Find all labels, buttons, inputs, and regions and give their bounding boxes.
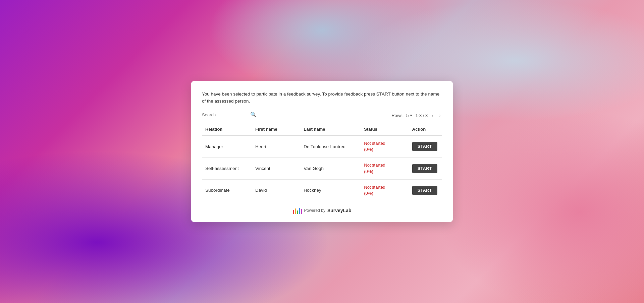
cell-relation-0: Manager — [202, 135, 252, 158]
col-header-relation[interactable]: Relation ↑ — [202, 124, 252, 135]
cell-action-0[interactable]: START — [409, 135, 442, 158]
search-icon[interactable]: 🔍 — [250, 112, 257, 118]
pagination-area: Rows: 5 ▼ 1-3 / 3 ‹ › — [391, 112, 442, 119]
next-page-button[interactable]: › — [438, 112, 442, 119]
logo-bar — [297, 210, 298, 214]
col-header-status[interactable]: Status — [361, 124, 409, 135]
cell-action-1[interactable]: START — [409, 158, 442, 179]
brand-name: SurveyLab — [327, 208, 352, 213]
cell-relation-1: Self-assessment — [202, 158, 252, 179]
feedback-table: Relation ↑ First name Last name Status A… — [202, 124, 442, 201]
logo-bars — [293, 207, 302, 214]
logo-bar — [299, 208, 300, 214]
cell-lastname-2: Hockney — [300, 179, 361, 201]
cell-lastname-0: De Toulouse-Lautrec — [300, 135, 361, 158]
cell-firstname-1: Vincent — [252, 158, 300, 179]
cell-lastname-1: Van Gogh — [300, 158, 361, 179]
sort-asc-icon: ↑ — [225, 127, 227, 131]
cell-relation-2: Subordinate — [202, 179, 252, 201]
table-row: Manager Henri De Toulouse-Lautrec Not st… — [202, 135, 442, 158]
col-header-lastname[interactable]: Last name — [300, 124, 361, 135]
search-wrap[interactable]: 🔍 — [202, 112, 262, 119]
col-header-firstname[interactable]: First name — [252, 124, 300, 135]
logo-bar — [301, 209, 302, 214]
cell-firstname-0: Henri — [252, 135, 300, 158]
table-row: Subordinate David Hockney Not started (0… — [202, 179, 442, 201]
rows-value: 5 — [406, 113, 409, 118]
col-header-action: Action — [409, 124, 442, 135]
search-input[interactable] — [202, 112, 249, 117]
table-header-row: Relation ↑ First name Last name Status A… — [202, 124, 442, 135]
toolbar: 🔍 Rows: 5 ▼ 1-3 / 3 ‹ › — [202, 112, 442, 119]
cell-action-2[interactable]: START — [409, 179, 442, 201]
cell-status-1: Not started (0%) — [361, 158, 409, 179]
rows-select[interactable]: 5 ▼ — [406, 113, 413, 118]
intro-text: You have been selected to participate in… — [202, 90, 442, 105]
main-modal: You have been selected to participate in… — [191, 81, 453, 222]
logo-bar — [295, 208, 296, 214]
cell-status-0: Not started (0%) — [361, 135, 409, 158]
logo-bar — [293, 210, 294, 214]
rows-label: Rows: — [391, 113, 404, 118]
cell-status-2: Not started (0%) — [361, 179, 409, 201]
powered-by-text: Powered by — [304, 208, 325, 213]
footer: Powered by SurveyLab — [202, 207, 442, 214]
start-button-2[interactable]: START — [412, 186, 437, 195]
cell-firstname-2: David — [252, 179, 300, 201]
start-button-1[interactable]: START — [412, 164, 437, 173]
dropdown-arrow-icon: ▼ — [410, 114, 413, 117]
start-button-0[interactable]: START — [412, 142, 437, 151]
surveylab-logo: Powered by SurveyLab — [293, 207, 352, 214]
table-row: Self-assessment Vincent Van Gogh Not sta… — [202, 158, 442, 179]
prev-page-button[interactable]: ‹ — [430, 112, 435, 119]
page-info: 1-3 / 3 — [415, 113, 428, 118]
